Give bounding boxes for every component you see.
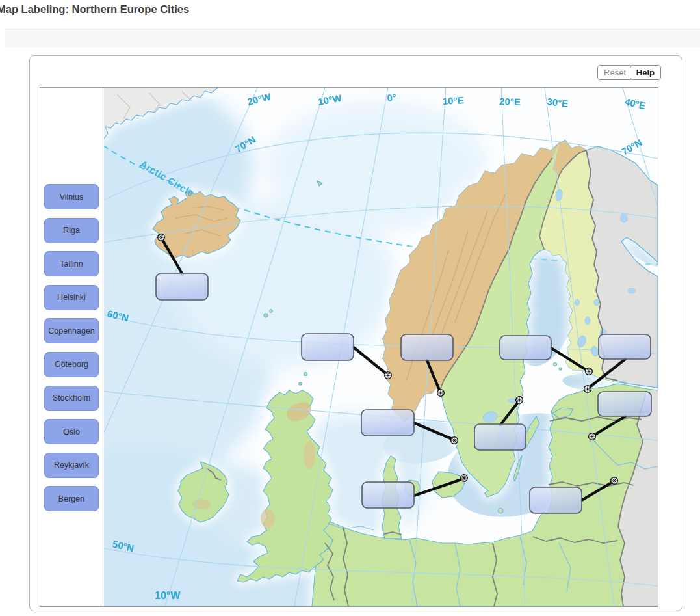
map-area: 20°W10°W0°10°E20°E30°E40°E10°W70°N70°N60… (104, 88, 658, 606)
drop-zone-8[interactable] (598, 392, 651, 416)
drop-zone-2[interactable] (302, 334, 354, 360)
drop-zone-5[interactable] (599, 334, 651, 359)
city-marker-3 (437, 390, 445, 397)
drop-zone-3[interactable] (401, 334, 453, 360)
map-board: VilniusRigaTallinnHelsinkiCopenhagenGöte… (40, 87, 658, 607)
city-marker-7 (516, 397, 523, 404)
city-button-4[interactable]: Helsinki (44, 285, 99, 310)
drop-zone-4[interactable] (500, 336, 551, 360)
city-button-6[interactable]: Göteborg (44, 352, 99, 377)
longitude-label: 10°W (155, 590, 181, 601)
activity-card: Reset Help VilniusRigaTallinnHelsinkiCop… (29, 55, 682, 611)
longitude-label: 20°E (499, 96, 521, 107)
city-button-5[interactable]: Copenhagen (44, 318, 99, 343)
city-button-7[interactable]: Stockholm (44, 386, 99, 411)
drop-zone-7[interactable] (474, 424, 526, 450)
city-marker-1 (158, 234, 165, 241)
city-marker-2 (385, 372, 392, 379)
toolbar-strip (5, 29, 700, 47)
map-svg: 20°W10°W0°10°E20°E30°E40°E10°W70°N70°N60… (104, 88, 658, 606)
longitude-label: 0° (387, 92, 397, 103)
city-button-2[interactable]: Riga (44, 218, 99, 243)
longitude-label: 10°E (442, 94, 464, 107)
page: Map Labeling: Northern Europe Cities Res… (0, 0, 700, 616)
help-button[interactable]: Help (630, 65, 661, 80)
drop-zone-9[interactable] (362, 482, 414, 508)
city-button-8[interactable]: Oslo (44, 419, 99, 444)
city-marker-9 (461, 475, 468, 482)
city-button-10[interactable]: Bergen (44, 486, 99, 511)
reset-button[interactable]: Reset (597, 65, 632, 80)
city-marker-8 (589, 433, 596, 440)
city-marker-10 (611, 477, 618, 485)
city-word-bank: VilniusRigaTallinnHelsinkiCopenhagenGöte… (40, 88, 103, 606)
drop-zone-10[interactable] (530, 487, 582, 513)
drop-zone-1[interactable] (156, 273, 208, 300)
city-marker-6 (451, 437, 458, 444)
city-marker-4 (586, 368, 593, 375)
page-title: Map Labeling: Northern Europe Cities (0, 3, 189, 16)
city-button-9[interactable]: Reykjavík (44, 453, 99, 478)
city-button-1[interactable]: Vilnius (44, 184, 99, 209)
city-marker-5 (584, 386, 591, 393)
drop-zone-6[interactable] (361, 410, 414, 436)
city-button-3[interactable]: Tallinn (44, 251, 99, 276)
